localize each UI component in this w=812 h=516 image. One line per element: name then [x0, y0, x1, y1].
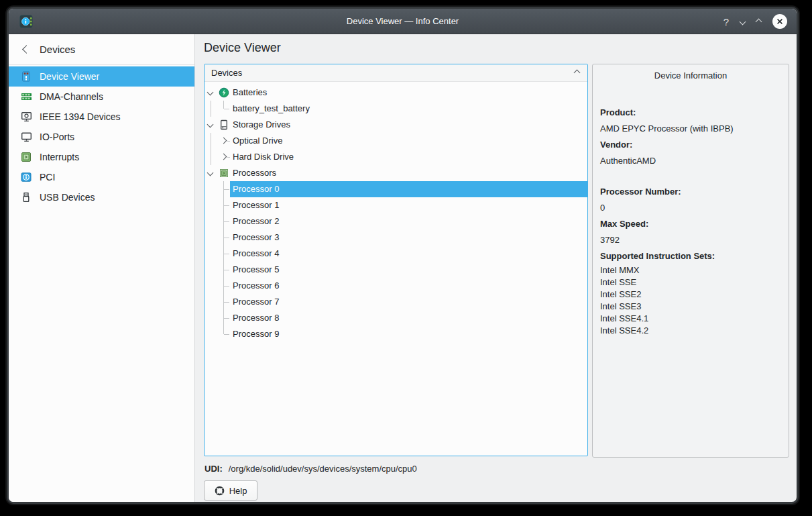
- tree-node-label: Optical Drive: [230, 133, 587, 149]
- help-button[interactable]: Help: [204, 480, 257, 501]
- window-close-button[interactable]: [772, 14, 787, 29]
- info-field-max-speed: Max Speed:3792: [600, 216, 782, 248]
- tree-node-label: Processor 7: [230, 294, 587, 310]
- expander-down-icon[interactable]: [205, 85, 217, 101]
- help-button-label: Help: [229, 486, 247, 496]
- main-content: Device Viewer Devices Batteriesbattery_t…: [195, 34, 797, 502]
- tree-header-label: Devices: [211, 68, 242, 78]
- tree-node-label: Processor 5: [230, 262, 587, 278]
- info-field-value: Intel SSE3: [600, 301, 782, 313]
- tree-node-label: Batteries: [230, 85, 587, 101]
- tree-node-processor-2[interactable]: Processor 2: [205, 213, 587, 229]
- expander-down-icon[interactable]: [205, 117, 217, 133]
- tree-node-hard-disk-drive[interactable]: Hard Disk Drive: [205, 149, 587, 165]
- info-field-value: AMD EPYC Processor (with IBPB): [600, 121, 782, 137]
- tree-indent: [205, 213, 217, 229]
- tree-indent: [205, 326, 217, 342]
- udi-row: UDI:/org/kde/solid/udev/sys/devices/syst…: [205, 464, 797, 474]
- sidebar-item-label: USB Devices: [40, 192, 95, 203]
- tree-guide-line: [205, 101, 217, 117]
- tree-indent: [205, 294, 217, 310]
- tree-indent: [205, 181, 217, 197]
- sidebar-item-label: PCI: [40, 172, 55, 183]
- titlebar[interactable]: Device Viewer — Info Center ?: [9, 9, 797, 34]
- tree-node-processor-6[interactable]: Processor 6: [205, 278, 587, 294]
- back-button-label: Devices: [40, 44, 75, 55]
- tree-branch-line: [217, 294, 230, 310]
- chevron-left-icon: [22, 45, 31, 54]
- chevron-up-icon: [756, 18, 762, 25]
- firewire-icon: [20, 111, 32, 123]
- tree-node-label: Processor 6: [230, 278, 587, 294]
- tree-node-storage-drives[interactable]: Storage Drives: [205, 117, 587, 133]
- info-field-value: Intel MMX: [600, 264, 782, 276]
- tree-node-processor-8[interactable]: Processor 8: [205, 310, 587, 326]
- tree-node-label: battery_test_battery: [230, 101, 587, 117]
- info-field-processor-number: Processor Number:0: [600, 184, 782, 216]
- info-field-value: Intel SSE2: [600, 289, 782, 301]
- expander-right-icon[interactable]: [217, 133, 230, 149]
- tree-node-processor-4[interactable]: Processor 4: [205, 246, 587, 262]
- app-window: Device Viewer — Info Center ? Devices De…: [7, 7, 799, 504]
- tree-indent: [205, 229, 217, 246]
- sidebar-list: Device ViewerDMA-ChannelsIEEE 1394 Devic…: [9, 65, 194, 207]
- tree-branch-line: [217, 197, 230, 213]
- tree-node-processor-3[interactable]: Processor 3: [205, 229, 587, 246]
- tree-branch-line: [217, 213, 230, 229]
- info-field-value: 3792: [600, 232, 782, 248]
- expander-down-icon[interactable]: [205, 165, 217, 181]
- tree-branch-line: [217, 181, 230, 197]
- tree-node-processor-7[interactable]: Processor 7: [205, 294, 587, 310]
- tree-node-processor-5[interactable]: Processor 5: [205, 262, 587, 278]
- tree-branch-line: [217, 101, 230, 117]
- tree-node-label: Hard Disk Drive: [230, 149, 587, 165]
- sidebar-item-device-viewer[interactable]: Device Viewer: [9, 66, 194, 87]
- info-field-product: Product:AMD EPYC Processor (with IBPB): [600, 105, 782, 137]
- tree-indent: [205, 278, 217, 294]
- chip-icon: [20, 152, 32, 163]
- memory-icon: [20, 91, 32, 103]
- sidebar-item-io-ports[interactable]: IO-Ports: [9, 127, 194, 147]
- tree-node-processors[interactable]: Processors: [205, 165, 587, 181]
- sidebar: Devices Device ViewerDMA-ChannelsIEEE 13…: [9, 34, 195, 502]
- window-controls: ?: [723, 9, 787, 34]
- tree-node-label: Processor 9: [230, 326, 587, 342]
- tree-node-battery-test-battery[interactable]: battery_test_battery: [205, 101, 587, 117]
- sidebar-item-usb-devices[interactable]: USB Devices: [9, 187, 194, 207]
- sidebar-item-label: IO-Ports: [40, 132, 74, 142]
- expander-right-icon[interactable]: [217, 149, 230, 165]
- tree-node-processor-1[interactable]: Processor 1: [205, 197, 587, 213]
- window-title: Device Viewer — Info Center: [9, 16, 797, 26]
- battery-icon: [217, 85, 230, 101]
- tree-node-processor-0[interactable]: Processor 0: [205, 181, 587, 197]
- tree-branch-line: [217, 262, 230, 278]
- tree-node-label: Processor 2: [230, 213, 587, 229]
- sidebar-item-ieee-1394-devices[interactable]: IEEE 1394 Devices: [9, 107, 194, 127]
- back-button[interactable]: Devices: [9, 34, 194, 65]
- tree-branch-line: [217, 326, 230, 342]
- info-fields: Product:AMD EPYC Processor (with IBPB)Ve…: [593, 81, 789, 337]
- info-field-label: Max Speed:: [600, 216, 782, 232]
- sidebar-item-interrupts[interactable]: Interrupts: [9, 147, 194, 167]
- sidebar-item-dma-channels[interactable]: DMA-Channels: [9, 87, 194, 107]
- tree-node-batteries[interactable]: Batteries: [205, 85, 587, 101]
- tree-header[interactable]: Devices: [205, 64, 587, 82]
- tree-node-processor-9[interactable]: Processor 9: [205, 326, 587, 342]
- device-tree-panel: Devices Batteriesbattery_test_batterySto…: [204, 64, 588, 456]
- sidebar-item-label: Device Viewer: [40, 71, 99, 82]
- sidebar-item-pci[interactable]: PCI: [9, 167, 194, 187]
- tree-node-label: Processor 0: [230, 181, 587, 197]
- tree-guide-line: [205, 149, 217, 165]
- processor-icon: [217, 165, 230, 181]
- sort-ascending-icon: [574, 70, 581, 76]
- window-minimize-button[interactable]: [740, 19, 745, 24]
- info-field-label: Vendor:: [600, 137, 782, 153]
- tree-indent: [205, 262, 217, 278]
- window-help-button[interactable]: ?: [723, 16, 729, 28]
- info-field-value: Intel SSE: [600, 276, 782, 289]
- window-maximize-button[interactable]: [756, 19, 761, 24]
- sidebar-item-label: DMA-Channels: [40, 91, 103, 102]
- tree-node-label: Storage Drives: [230, 117, 587, 133]
- tree-node-optical-drive[interactable]: Optical Drive: [205, 133, 587, 149]
- tree-indent: [205, 246, 217, 262]
